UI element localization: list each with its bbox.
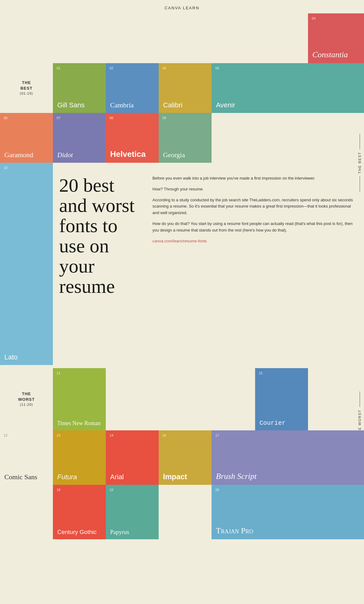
comic-label: Comic Sans: [4, 473, 49, 481]
gill-label: Gill Sans: [57, 101, 101, 109]
para1: Before you even walk into a job intervie…: [152, 175, 358, 182]
row2-left-empty: [0, 485, 53, 539]
cambria-num: 02: [110, 66, 113, 70]
para4: How do you do that? You start by using a…: [152, 221, 358, 234]
page-wrapper: CANVA LEARN 04 Constantia THE BEST (01-1…: [0, 0, 364, 539]
impact-label: Impact: [163, 472, 207, 481]
article-row: 20 best and worst fonts to use on your r…: [53, 163, 364, 365]
cell-brush: 17 Brush Script: [212, 430, 364, 485]
arial-label: Arial: [110, 473, 154, 481]
didot-num: 07: [57, 116, 60, 120]
best-label-text: THE BEST (01-10): [20, 80, 33, 96]
futura-label: Futura: [57, 473, 101, 481]
top-empty: [0, 13, 308, 63]
brush-num: 17: [215, 433, 219, 437]
cell-papyrus: 19 Papyrus: [106, 485, 159, 539]
cell-calibri: 03 Calibri: [159, 63, 212, 113]
constantia-num: 04: [312, 16, 315, 20]
side-best-label: THE BEST: [358, 113, 362, 213]
calibri-num: 03: [162, 66, 166, 70]
cell-didot: 07 Didot: [53, 113, 106, 163]
helvetica-num: 08: [110, 116, 113, 120]
times-middle-empty: [106, 368, 255, 430]
georgia-num: 09: [162, 116, 166, 120]
lato-label: Lato: [4, 353, 49, 361]
courier-label: Courier: [259, 419, 304, 427]
futura-num: 13: [57, 433, 60, 437]
cell-times: 11 Times New Roman: [53, 368, 106, 430]
article-link[interactable]: canva.com/learn/resume-fonts: [152, 239, 207, 243]
cell-gill-sans: 01 Gill Sans: [53, 63, 106, 113]
trajan-label: Trajan Pro: [216, 526, 360, 536]
content-area: 20 best and worst fonts to use on your r…: [53, 163, 364, 365]
brand-label: CANVA LEARN: [165, 6, 199, 10]
article-title-area: 20 best and worst fonts to use on your r…: [53, 163, 146, 365]
row2-mid-empty: [159, 485, 212, 539]
row2: THE BEST (01-10) 01 Gill Sans 02 Cambria…: [0, 63, 364, 113]
worst-label-text: THE WORST (11-20): [18, 391, 35, 407]
article-title: 20 best and worst fonts to use on your r…: [59, 175, 137, 297]
cell-impact: 16 Impact: [159, 430, 212, 485]
row3: 06 Garamond 07 Didot 08 Helvetica 09 Geo…: [0, 113, 364, 163]
para3: According to a study conducted by the jo…: [152, 197, 358, 216]
cell-lato: 10 Lato: [0, 163, 53, 365]
cell-futura: 13 Futura: [53, 430, 106, 485]
cell-garamond: 06 Garamond: [0, 113, 53, 163]
times-label: Times New Roman: [57, 420, 101, 427]
constantia-label: Constantia: [312, 50, 360, 59]
lato-num: 10: [4, 166, 7, 170]
century-num: 18: [57, 488, 60, 492]
arial-num: 14: [110, 433, 113, 437]
cambria-label: Cambria: [110, 101, 154, 109]
comic-num: 12: [4, 433, 7, 437]
georgia-label: Georgia: [163, 151, 207, 159]
trajan-num: 20: [215, 488, 219, 492]
brush-label: Brush Script: [216, 472, 360, 481]
papyrus-label: Papyrus: [110, 529, 154, 536]
header: CANVA LEARN: [0, 0, 364, 13]
courier-num: 15: [259, 371, 263, 375]
row-lato-content: 10 Lato 20 best and worst fonts to use o…: [0, 163, 364, 365]
didot-label: Didot: [57, 151, 101, 159]
label-worst: THE WORST (11-20): [0, 368, 53, 430]
para2: How? Through your resume.: [152, 186, 358, 193]
cell-trajan: 20 Trajan Pro: [212, 485, 364, 539]
cell-cambria: 02 Cambria: [106, 63, 159, 113]
side-worst-container: THE WORST: [308, 368, 364, 430]
cell-georgia: 09 Georgia: [159, 113, 212, 163]
garamond-num: 06: [4, 116, 7, 120]
century-label: Century Gothic: [57, 529, 101, 536]
times-num: 11: [57, 371, 60, 375]
helvetica-label: Helvetica: [110, 149, 154, 159]
row-bottom2: 18 Century Gothic 19 Papyrus 20 Trajan P…: [0, 485, 364, 539]
cell-helvetica: 08 Helvetica: [106, 113, 159, 163]
row3-right-empty: THE BEST: [212, 113, 364, 163]
papyrus-num: 19: [110, 488, 113, 492]
article-body: Before you even walk into a job intervie…: [146, 163, 364, 365]
row-bottom1: 12 Comic Sans 13 Futura 14 Arial 16 Impa…: [0, 430, 364, 485]
garamond-label: Garamond: [4, 151, 49, 159]
side-best-text: THE BEST: [358, 152, 362, 174]
calibri-label: Calibri: [163, 101, 207, 109]
cell-arial: 14 Arial: [106, 430, 159, 485]
cell-courier: 15 Courier: [255, 368, 308, 430]
spacer1: [0, 365, 364, 368]
row-times-courier: THE WORST (11-20) 11 Times New Roman 15 …: [0, 368, 364, 430]
impact-num: 16: [162, 433, 166, 437]
row-top: 04 Constantia: [0, 13, 364, 63]
label-best: THE BEST (01-10): [0, 63, 53, 113]
avenir-num: 05: [215, 66, 219, 70]
gill-num: 01: [57, 66, 60, 70]
cell-century: 18 Century Gothic: [53, 485, 106, 539]
cell-avenir: 05 Avenir: [212, 63, 364, 113]
cell-comic-bg: 12 Comic Sans: [0, 430, 53, 485]
avenir-label: Avenir: [216, 101, 360, 109]
cell-constantia-top: 04 Constantia: [308, 13, 364, 63]
